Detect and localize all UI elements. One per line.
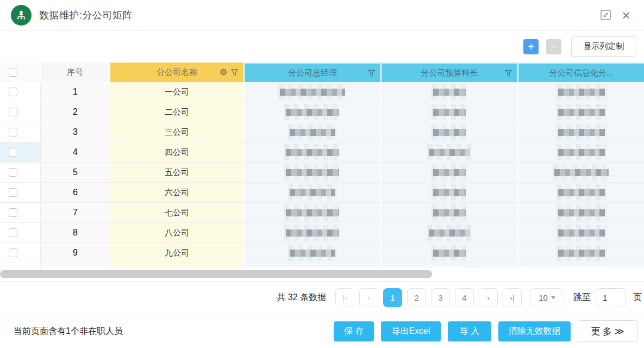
redacted-text	[557, 184, 607, 201]
row-budget-redacted	[382, 102, 518, 122]
page-button-3[interactable]: 3	[431, 288, 450, 307]
row-branch-name: 二公司	[110, 102, 245, 122]
row-checkbox[interactable]	[9, 248, 17, 257]
select-all-checkbox[interactable]	[9, 68, 17, 77]
row-select-cell	[0, 102, 41, 122]
table-header-row: 序号 分公司名称 ⚙ 分公司总经理 分公司预算科长	[0, 63, 644, 82]
redacted-text	[557, 144, 607, 160]
header-branch-name: 分公司名称 ⚙	[110, 63, 245, 82]
row-budget-redacted	[382, 183, 518, 203]
first-page-button[interactable]: |‹	[335, 288, 354, 307]
row-gm-redacted	[245, 142, 382, 163]
more-button[interactable]: 更 多 ≫	[578, 320, 637, 342]
row-checkbox[interactable]	[9, 108, 17, 116]
header-index: 序号	[41, 63, 110, 82]
filter-icon[interactable]	[231, 69, 238, 76]
redacted-text	[432, 164, 467, 181]
row-gm-redacted	[245, 163, 382, 183]
redacted-text	[284, 144, 341, 160]
redacted-text	[432, 84, 467, 100]
row-index: 9	[41, 243, 110, 263]
next-page-button[interactable]: ›	[479, 288, 498, 307]
page-button-4[interactable]: 4	[455, 288, 474, 307]
row-it-redacted	[518, 82, 644, 102]
footer-actions: 保 存 导出Excel 导 入 清除无效数据 更 多 ≫	[334, 320, 637, 342]
row-it-redacted	[518, 203, 644, 223]
row-index: 6	[41, 183, 110, 203]
row-select-cell	[0, 223, 41, 243]
jump-page-input[interactable]	[596, 288, 626, 307]
redacted-text	[284, 164, 341, 181]
prev-page-button[interactable]: ‹	[359, 288, 378, 307]
page-button-2[interactable]: 2	[407, 288, 426, 307]
row-budget-redacted	[382, 223, 518, 243]
row-checkbox[interactable]	[9, 208, 17, 217]
maximize-icon[interactable]	[597, 7, 614, 23]
clear-invalid-data-button[interactable]: 清除无效数据	[498, 321, 571, 341]
row-checkbox[interactable]	[9, 88, 17, 96]
row-budget-redacted	[382, 203, 518, 223]
last-page-button[interactable]: ›|	[503, 288, 522, 307]
table-row: 6六公司	[0, 183, 644, 203]
row-it-redacted	[518, 122, 644, 142]
remove-row-button[interactable]: −	[546, 39, 561, 54]
redacted-text	[284, 204, 341, 221]
row-index: 5	[41, 163, 110, 183]
redacted-text	[557, 104, 607, 120]
row-branch-name	[110, 263, 245, 268]
header-budget-chief: 分公司预算科长	[382, 63, 518, 82]
chevron-down-icon	[551, 296, 555, 299]
row-branch-name: 九公司	[110, 243, 245, 263]
row-gm-redacted	[245, 263, 382, 268]
export-excel-button[interactable]: 导出Excel	[381, 321, 441, 341]
jump-suffix: 页	[633, 292, 642, 303]
row-checkbox[interactable]	[9, 168, 17, 177]
filter-icon[interactable]	[505, 70, 512, 77]
table-row: 2二公司	[0, 102, 644, 122]
row-index: 1	[41, 82, 110, 102]
row-branch-name: 四公司	[110, 142, 245, 163]
import-button[interactable]: 导 入	[448, 321, 491, 341]
row-select-cell	[0, 142, 41, 163]
customize-columns-button[interactable]: 显示列定制	[571, 36, 636, 57]
redacted-text	[553, 164, 610, 181]
row-branch-name: 八公司	[110, 223, 245, 243]
row-branch-name: 一公司	[110, 82, 245, 102]
table-row	[0, 263, 644, 268]
filter-icon[interactable]	[368, 70, 375, 77]
select-all-cell	[0, 63, 41, 82]
row-checkbox[interactable]	[9, 128, 17, 136]
row-index: 8	[41, 223, 110, 243]
save-button[interactable]: 保 存	[334, 321, 374, 341]
row-gm-redacted	[245, 122, 382, 142]
page-size-select[interactable]: 10	[530, 288, 564, 307]
redacted-text	[278, 84, 347, 100]
row-checkbox[interactable]	[9, 228, 17, 237]
row-gm-redacted	[245, 183, 382, 203]
row-budget-redacted	[382, 82, 518, 102]
redacted-text	[288, 184, 337, 201]
gear-icon[interactable]: ⚙	[220, 68, 227, 77]
horizontal-scrollbar-thumb[interactable]	[0, 270, 432, 278]
header-general-manager: 分公司总经理	[245, 63, 382, 82]
redacted-text	[432, 204, 467, 221]
redacted-text	[557, 225, 607, 241]
close-icon[interactable]: ×	[618, 7, 634, 23]
page-button-1[interactable]: 1	[383, 288, 402, 307]
row-gm-redacted	[245, 223, 382, 243]
row-budget-redacted	[382, 243, 518, 263]
add-row-button[interactable]: +	[523, 39, 539, 54]
branch-matrix-table: 序号 分公司名称 ⚙ 分公司总经理 分公司预算科长	[0, 63, 644, 268]
header-informatization: 分公司信息化分...	[518, 63, 644, 82]
table-row: 5五公司	[0, 163, 644, 183]
redacted-text	[432, 245, 467, 261]
row-select-cell	[0, 203, 41, 223]
row-checkbox[interactable]	[9, 188, 17, 197]
row-it-redacted	[518, 183, 644, 203]
row-select-cell	[0, 163, 41, 183]
row-it-redacted	[518, 243, 644, 263]
row-checkbox[interactable]	[9, 148, 17, 157]
row-select-cell	[0, 263, 41, 268]
redacted-text	[557, 204, 607, 221]
org-chart-icon	[11, 5, 32, 26]
